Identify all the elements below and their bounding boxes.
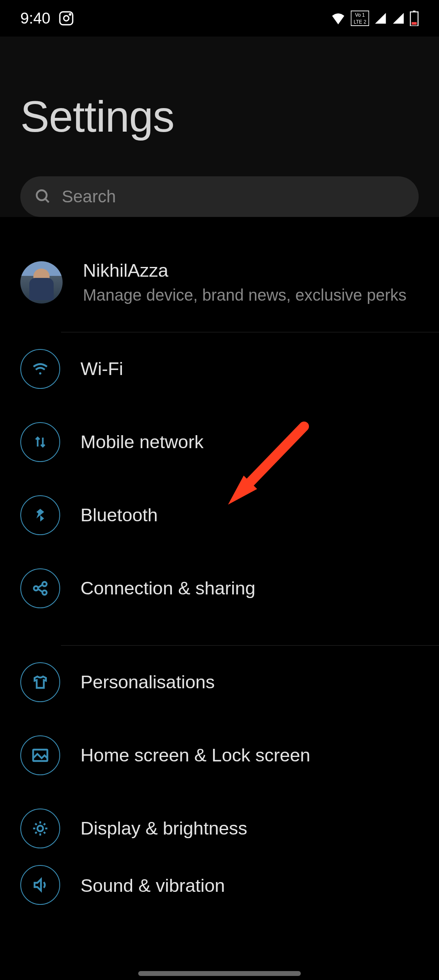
signal-2-icon bbox=[392, 12, 405, 25]
brightness-icon bbox=[20, 809, 60, 848]
svg-line-10 bbox=[45, 199, 49, 202]
settings-item-home-lock-screen[interactable]: Home screen & Lock screen bbox=[0, 719, 439, 792]
svg-point-2 bbox=[70, 14, 71, 15]
svg-point-9 bbox=[37, 190, 47, 200]
account-name: NikhilAzza bbox=[83, 260, 406, 281]
item-label: Mobile network bbox=[80, 431, 204, 453]
svg-line-16 bbox=[38, 589, 43, 592]
status-bar: 9:40 Vo 1 LTE 2 bbox=[0, 0, 439, 37]
item-label: Personalisations bbox=[80, 672, 215, 693]
sound-icon bbox=[20, 865, 60, 905]
settings-item-sound-vibration[interactable]: Sound & vibration bbox=[0, 865, 439, 902]
svg-point-12 bbox=[34, 586, 38, 591]
svg-text:LTE 2: LTE 2 bbox=[354, 19, 366, 25]
nav-handle[interactable] bbox=[138, 971, 301, 976]
svg-point-18 bbox=[37, 826, 43, 831]
svg-point-13 bbox=[42, 582, 47, 586]
status-time: 9:40 bbox=[20, 10, 50, 27]
svg-rect-8 bbox=[412, 22, 417, 24]
account-text: NikhilAzza Manage device, brand news, ex… bbox=[83, 260, 406, 304]
share-icon bbox=[20, 568, 60, 608]
svg-point-1 bbox=[64, 16, 69, 21]
svg-point-11 bbox=[39, 372, 41, 375]
battery-icon bbox=[410, 11, 419, 26]
svg-text:Vo 1: Vo 1 bbox=[355, 12, 365, 18]
signal-1-icon bbox=[374, 12, 387, 25]
item-label: Bluetooth bbox=[80, 505, 158, 526]
svg-point-14 bbox=[42, 590, 47, 595]
image-icon bbox=[20, 735, 60, 775]
svg-line-23 bbox=[35, 824, 37, 825]
settings-item-bluetooth[interactable]: Bluetooth bbox=[0, 479, 439, 552]
svg-line-24 bbox=[44, 832, 46, 834]
item-label: Wi-Fi bbox=[80, 358, 123, 379]
account-item[interactable]: NikhilAzza Manage device, brand news, ex… bbox=[0, 253, 439, 312]
search-icon bbox=[35, 188, 52, 205]
wifi-status-icon bbox=[330, 12, 346, 24]
settings-item-mobile-network[interactable]: Mobile network bbox=[0, 405, 439, 479]
svg-line-25 bbox=[35, 832, 37, 834]
item-label: Home screen & Lock screen bbox=[80, 745, 310, 766]
settings-item-display-brightness[interactable]: Display & brightness bbox=[0, 792, 439, 865]
item-label: Connection & sharing bbox=[80, 578, 255, 599]
settings-item-connection-sharing[interactable]: Connection & sharing bbox=[0, 552, 439, 625]
mobile-data-icon bbox=[20, 422, 60, 462]
item-label: Display & brightness bbox=[80, 818, 247, 839]
wifi-icon bbox=[20, 349, 60, 389]
svg-line-15 bbox=[38, 585, 43, 588]
settings-item-wifi[interactable]: Wi-Fi bbox=[0, 332, 439, 405]
instagram-icon bbox=[59, 11, 74, 26]
bluetooth-icon bbox=[20, 495, 60, 535]
item-label: Sound & vibration bbox=[80, 875, 225, 896]
volte-icon: Vo 1 LTE 2 bbox=[351, 11, 369, 26]
svg-line-26 bbox=[44, 824, 46, 825]
search-bar[interactable] bbox=[20, 176, 419, 217]
avatar bbox=[20, 261, 63, 304]
page-title: Settings bbox=[20, 53, 419, 176]
shirt-icon bbox=[20, 662, 60, 702]
search-input[interactable] bbox=[62, 187, 404, 206]
settings-item-personalisations[interactable]: Personalisations bbox=[0, 646, 439, 719]
status-right: Vo 1 LTE 2 bbox=[330, 11, 419, 26]
status-left: 9:40 bbox=[20, 10, 74, 27]
header-area: Settings bbox=[0, 37, 439, 217]
account-subtitle: Manage device, brand news, exclusive per… bbox=[83, 286, 406, 304]
